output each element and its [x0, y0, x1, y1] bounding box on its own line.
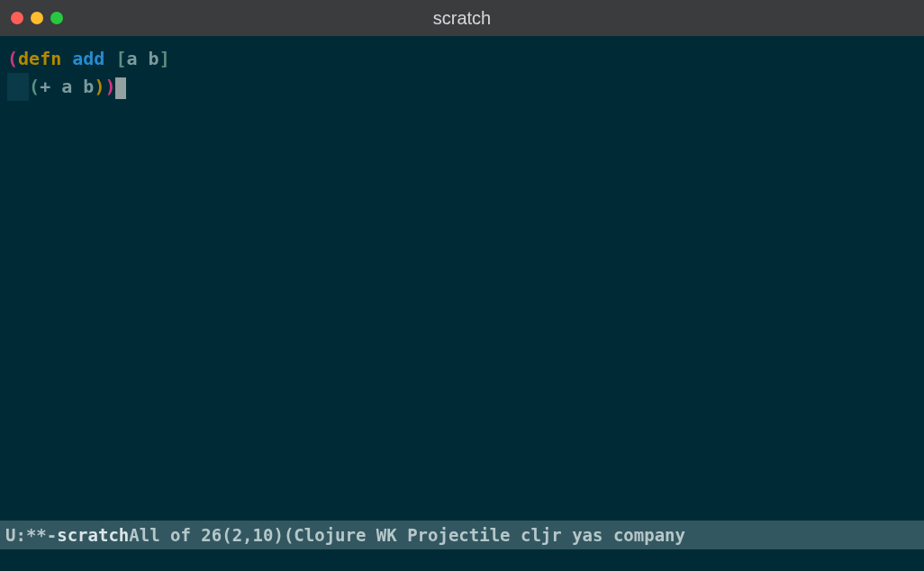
code-line-2: (+ a b))	[7, 76, 126, 97]
mode-line[interactable]: U:**- scratch All of 26 (2,10) (Clojure …	[0, 521, 924, 549]
param-a: a	[126, 48, 137, 69]
paren-open: (	[7, 48, 18, 69]
code-line-1: (defn add [a b]	[7, 48, 170, 69]
inner-paren-open: (	[29, 76, 40, 97]
ml-position: All of 26	[129, 525, 222, 545]
bracket-open: [	[115, 48, 126, 69]
minimize-icon[interactable]	[31, 12, 43, 24]
minibuffer[interactable]	[0, 549, 924, 571]
text-cursor	[115, 77, 126, 99]
ml-modes: (Clojure WK Projectile cljr yas company	[284, 525, 685, 545]
editor-area[interactable]: (defn add [a b] (+ a b))	[0, 36, 924, 521]
maximize-icon[interactable]	[50, 12, 63, 24]
arg-a: a	[61, 76, 72, 97]
ml-buffer-name: scratch	[57, 525, 129, 545]
inner-paren-close: )	[94, 76, 104, 97]
ml-status: U:**-	[5, 525, 57, 545]
traffic-lights	[0, 12, 63, 24]
window-title: scratch	[0, 8, 924, 29]
plus-op: +	[40, 76, 50, 97]
bracket-close: ]	[159, 48, 170, 69]
titlebar: scratch	[0, 0, 924, 36]
keyword-defn: defn	[18, 48, 61, 69]
indent-guide	[7, 73, 29, 101]
outer-paren-close: )	[104, 76, 115, 97]
function-name: add	[72, 48, 104, 69]
arg-b: b	[83, 76, 94, 97]
ml-cursor-pos: (2,10)	[222, 525, 284, 545]
close-icon[interactable]	[11, 12, 23, 24]
param-b: b	[149, 48, 159, 69]
